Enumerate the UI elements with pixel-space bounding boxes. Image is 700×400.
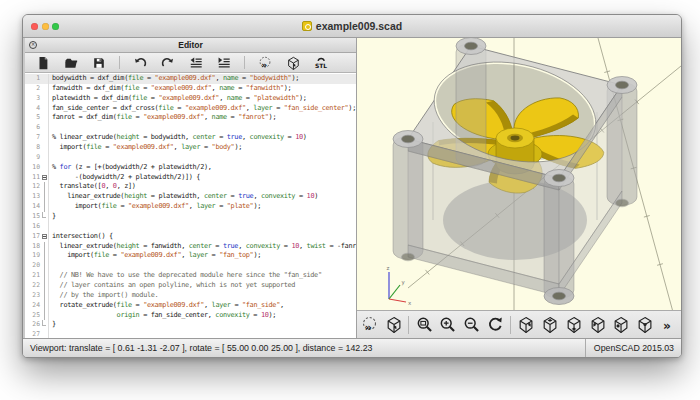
line-number[interactable]: 2 — [25, 84, 40, 94]
zoom-all-button[interactable] — [415, 315, 433, 334]
code-line[interactable]: 23 // by the import() module. — [25, 291, 356, 301]
code-line[interactable]: 19 import(file = "example009.dxf", layer… — [25, 251, 356, 261]
code-line[interactable]: 9 — [25, 153, 356, 163]
view-top-button[interactable] — [541, 315, 559, 334]
window-titlebar[interactable]: example009.scad — [23, 15, 681, 38]
line-number[interactable]: 13 — [25, 192, 40, 202]
more-tools-button[interactable]: » — [659, 315, 677, 334]
code-line[interactable]: 4fan_side_center = dxf_cross(file = "exa… — [25, 104, 356, 114]
code-line[interactable]: 26} — [25, 320, 356, 330]
line-number[interactable]: 12 — [25, 182, 40, 192]
zoom-out-button[interactable] — [463, 315, 481, 334]
code-line[interactable]: 15} — [25, 212, 356, 222]
line-number[interactable]: 1 — [25, 74, 40, 84]
line-number[interactable]: 26 — [25, 320, 40, 330]
line-number[interactable]: 18 — [25, 242, 40, 252]
line-number[interactable]: 19 — [25, 251, 40, 261]
close-window-button[interactable] — [31, 23, 38, 30]
code-line[interactable]: 5fanrot = dxf_dim(file = "example009.dxf… — [25, 113, 356, 123]
view-front-button[interactable] — [612, 315, 630, 334]
fold-marker-icon[interactable] — [40, 232, 48, 242]
line-number[interactable]: 16 — [25, 222, 40, 232]
open-file-button[interactable] — [63, 55, 79, 71]
editor-panel-titlebar[interactable]: ✕ Editor — [25, 38, 356, 53]
line-number[interactable]: 11 — [25, 173, 40, 183]
render-button[interactable] — [285, 55, 301, 71]
line-number[interactable]: 20 — [25, 261, 40, 271]
code-line[interactable]: 12 translate([0, 0, z]) — [25, 182, 356, 192]
fold-margin — [40, 104, 48, 114]
undo-button[interactable] — [132, 55, 148, 71]
new-file-button[interactable] — [35, 55, 51, 71]
code-line[interactable]: 3platewidth = dxf_dim(file = "example009… — [25, 94, 356, 104]
fold-margin — [40, 84, 48, 94]
statusbar: Viewport: translate = [ 0.61 -1.31 -2.07… — [23, 338, 681, 357]
code-text: } — [48, 320, 356, 330]
line-number[interactable]: 27 — [25, 330, 40, 338]
code-line[interactable]: 18 linear_extrude(height = fanwidth, cen… — [25, 242, 356, 252]
unindent-button[interactable] — [188, 55, 204, 71]
code-line[interactable]: 17intersection() { — [25, 232, 356, 242]
line-number[interactable]: 24 — [25, 301, 40, 311]
line-number[interactable]: 6 — [25, 123, 40, 133]
fold-margin — [40, 153, 48, 163]
reset-view-button[interactable] — [486, 315, 504, 334]
line-number[interactable]: 8 — [25, 143, 40, 153]
line-number[interactable]: 10 — [25, 163, 40, 173]
fold-marker-icon[interactable] — [40, 173, 48, 183]
code-line[interactable]: 25 origin = fan_side_center, convexity =… — [25, 311, 356, 321]
line-number[interactable]: 14 — [25, 202, 40, 212]
version-label: OpenSCAD 2015.03 — [585, 339, 674, 357]
viewport-render-button[interactable] — [385, 315, 403, 334]
viewport-status-text: Viewport: translate = [ 0.61 -1.31 -2.07… — [30, 343, 372, 353]
redo-button[interactable] — [160, 55, 176, 71]
code-line[interactable]: 11 -(bodywidth/2 + platewidth/2)]) { — [25, 173, 356, 183]
code-line[interactable]: 8 import(file = "example009.dxf", layer … — [25, 143, 356, 153]
code-line[interactable]: 2fanwidth = dxf_dim(file = "example009.d… — [25, 84, 356, 94]
code-line[interactable]: 10% for (z = [+(bodywidth/2 + platewidth… — [25, 163, 356, 173]
code-text: % for (z = [+(bodywidth/2 + platewidth/2… — [48, 163, 356, 173]
line-number[interactable]: 17 — [25, 232, 40, 242]
code-line[interactable]: 13 linear_extrude(height = platewidth, c… — [25, 192, 356, 202]
line-number[interactable]: 9 — [25, 153, 40, 163]
save-file-button[interactable] — [91, 55, 107, 71]
line-number[interactable]: 7 — [25, 133, 40, 143]
line-number[interactable]: 15 — [25, 212, 40, 222]
line-number[interactable]: 23 — [25, 291, 40, 301]
line-number[interactable]: 22 — [25, 281, 40, 291]
code-line[interactable]: 6 — [25, 123, 356, 133]
openscad-window: example009.scad ✕ Editor » STL — [22, 14, 682, 358]
code-editor[interactable]: 1bodywidth = dxf_dim(file = "example009.… — [25, 73, 356, 338]
code-line[interactable]: 1bodywidth = dxf_dim(file = "example009.… — [25, 74, 356, 84]
viewport-3d[interactable]: z y x — [357, 38, 681, 310]
line-number[interactable]: 3 — [25, 94, 40, 104]
view-left-button[interactable] — [588, 315, 606, 334]
code-line[interactable]: 21 // NB! We have to use the deprecated … — [25, 271, 356, 281]
zoom-window-button[interactable] — [52, 23, 59, 30]
line-number[interactable]: 21 — [25, 271, 40, 281]
code-line[interactable]: 14 import(file = "example009.dxf", layer… — [25, 202, 356, 212]
minimize-window-button[interactable] — [42, 23, 49, 30]
zoom-in-button[interactable] — [439, 315, 457, 334]
view-right-button[interactable] — [517, 315, 535, 334]
code-line[interactable]: 20 — [25, 261, 356, 271]
svg-text:»: » — [663, 319, 671, 333]
panel-close-icon[interactable]: ✕ — [29, 41, 37, 49]
line-number[interactable]: 5 — [25, 113, 40, 123]
code-line[interactable]: 7% linear_extrude(height = bodywidth, ce… — [25, 133, 356, 143]
code-text: } — [48, 212, 356, 222]
editor-panel-title: Editor — [178, 40, 203, 50]
indent-button[interactable] — [216, 55, 232, 71]
code-line[interactable]: 16 — [25, 222, 356, 232]
line-number[interactable]: 25 — [25, 311, 40, 321]
view-bottom-button[interactable] — [565, 315, 583, 334]
code-line[interactable]: 22 // layer contains an open polyline, w… — [25, 281, 356, 291]
code-line[interactable]: 27 — [25, 330, 356, 338]
code-line[interactable]: 24 rotate_extrude(file = "example009.dxf… — [25, 301, 356, 311]
export-stl-button[interactable]: STL — [313, 55, 329, 71]
preview-button[interactable]: » — [257, 55, 273, 71]
line-number[interactable]: 4 — [25, 104, 40, 114]
view-back-button[interactable] — [636, 315, 654, 334]
viewport-preview-button[interactable]: » — [361, 315, 379, 334]
toolbar-separator — [119, 56, 120, 69]
